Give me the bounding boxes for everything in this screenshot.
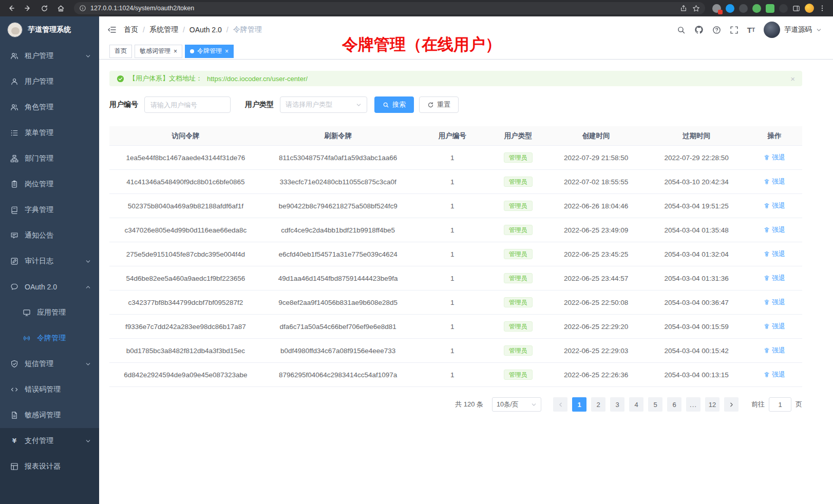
page-size-select[interactable]: 10条/页 (492, 397, 541, 412)
search-icon[interactable] (677, 26, 686, 34)
extension-icon[interactable] (712, 4, 721, 13)
page-button-4[interactable]: 4 (629, 397, 643, 412)
extension-icon[interactable] (766, 4, 774, 13)
extension-icon[interactable] (752, 4, 761, 13)
sidebar-item-menu[interactable]: 菜单管理 (0, 120, 99, 146)
user-type-cell: 管理员 (490, 321, 546, 332)
force-logout-button[interactable]: 强退 (764, 274, 785, 283)
page-button-3[interactable]: 3 (610, 397, 624, 412)
sidebar-fold-icon[interactable] (107, 25, 117, 34)
user-type-cell: 管理员 (490, 177, 546, 187)
page-button-5[interactable]: 5 (648, 397, 662, 412)
browser-profile-avatar[interactable] (805, 4, 814, 13)
tab-首页[interactable]: 首页 (109, 45, 132, 58)
browser-home-button[interactable] (54, 2, 67, 14)
sidebar-item-dept[interactable]: 部门管理 (0, 146, 99, 171)
created-time-cell: 2022-06-25 23:44:57 (546, 275, 647, 282)
side-panel-icon[interactable] (792, 5, 800, 12)
sidebar-item-role[interactable]: 角色管理 (0, 94, 99, 120)
page-button-2[interactable]: 2 (591, 397, 605, 412)
sidebar-item-label: OAuth 2.0 (25, 283, 79, 291)
sidebar-item-pay[interactable]: ¥支付管理 (0, 428, 99, 454)
sidebar-item-tenant[interactable]: 租户管理 (0, 43, 99, 69)
force-logout-button[interactable]: 强退 (764, 201, 785, 210)
browser-back-button[interactable] (5, 2, 17, 14)
code-icon (10, 385, 18, 394)
sidebar-item-oauth[interactable]: OAuth 2.0 (0, 274, 99, 300)
url-text[interactable]: 127.0.0.1:1024/system/oauth2/token (90, 5, 676, 12)
page-button-1[interactable]: 1 (572, 397, 586, 412)
force-logout-button[interactable]: 强退 (764, 322, 785, 331)
force-logout-label: 强退 (772, 249, 785, 259)
share-icon[interactable] (680, 5, 687, 12)
sidebar-item-sensitive[interactable]: 敏感词管理 (0, 402, 99, 428)
force-logout-button[interactable]: 强退 (764, 346, 785, 355)
chevron-down-icon (85, 361, 91, 367)
breadcrumb-item[interactable]: 首页 (124, 25, 138, 34)
site-info-icon[interactable] (79, 5, 86, 12)
force-logout-button[interactable]: 强退 (764, 298, 785, 307)
refresh-token-cell: 333ecfc71e02480cb11055c875c3ca0f (262, 178, 414, 186)
tab-令牌管理[interactable]: 令牌管理× (185, 45, 234, 58)
force-logout-button[interactable]: 强退 (764, 249, 785, 259)
force-logout-button[interactable]: 强退 (764, 225, 785, 235)
extension-icon[interactable] (739, 4, 748, 13)
sidebar-item-log[interactable]: 审计日志 (0, 248, 99, 274)
goto-page-input[interactable] (769, 397, 791, 412)
created-time-cell: 2022-06-26 18:04:46 (546, 202, 647, 210)
user-type-select[interactable]: 请选择用户类型 (280, 96, 367, 113)
table-row: 1ea5e44f8bc1467aaede43144f31de76811c5304… (109, 146, 802, 170)
user-type-tag: 管理员 (504, 152, 533, 163)
tab-close-icon[interactable]: × (225, 48, 229, 55)
page-button-6[interactable]: 6 (667, 397, 681, 412)
prev-page-button[interactable] (553, 397, 567, 412)
app-logo[interactable]: 芋道管理系统 (0, 16, 99, 43)
reset-button[interactable]: 重置 (419, 96, 459, 113)
bookmark-star-icon[interactable] (692, 5, 700, 12)
created-time-cell: 2022-07-02 18:55:55 (546, 178, 647, 186)
user-id-input[interactable] (144, 96, 231, 113)
sidebar-item-dict[interactable]: 字典管理 (0, 197, 99, 223)
force-logout-button[interactable]: 强退 (764, 153, 785, 162)
browser-reload-button[interactable] (38, 2, 50, 14)
refresh-token-cell: dfa6c71a50a54c66bef706ef9e6e8d81 (262, 323, 414, 331)
doc-link[interactable]: https://doc.iocoder.cn/user-center/ (207, 75, 308, 83)
extension-icon[interactable] (726, 4, 734, 13)
sidebar-item-notice[interactable]: 通知公告 (0, 223, 99, 248)
next-page-button[interactable] (724, 397, 739, 412)
force-logout-button[interactable]: 强退 (764, 177, 785, 186)
sidebar-item-label: 菜单管理 (25, 128, 91, 138)
goto-page: 前往 页 (751, 397, 802, 412)
font-size-icon[interactable]: TT (747, 26, 755, 34)
browser-forward-button[interactable] (22, 2, 34, 14)
page-more-button[interactable]: ... (686, 397, 701, 412)
sidebar-item-token[interactable]: 令牌管理 (0, 325, 99, 351)
page-button-12[interactable]: 12 (705, 397, 720, 412)
breadcrumb-item[interactable]: 系统管理 (149, 25, 178, 34)
sidebar-item-app[interactable]: 应用管理 (0, 300, 99, 325)
extension-icon[interactable] (779, 4, 788, 13)
tab-敏感词管理[interactable]: 敏感词管理× (135, 45, 182, 58)
refresh-token-cell: 811c530487574fa0af1a59d3abc1aa66 (262, 154, 414, 162)
sidebar-item-user[interactable]: 用户管理 (0, 69, 99, 94)
sidebar-item-report[interactable]: 报表设计器 (0, 454, 99, 479)
expire-time-cell: 2054-03-04 00:15:42 (646, 347, 747, 355)
token-table: 访问令牌刷新令牌用户编号用户类型创建时间过期时间操作 1ea5e44f8bc14… (109, 126, 802, 387)
user-menu[interactable]: 芋道源码 (764, 22, 822, 38)
sidebar-item-sms[interactable]: 短信管理 (0, 351, 99, 377)
browser-menu-icon[interactable] (819, 5, 826, 12)
access-token-cell: 1ea5e44f8bc1467aaede43144f31de76 (109, 154, 262, 162)
force-logout-button[interactable]: 强退 (764, 370, 785, 379)
sidebar-item-errcode[interactable]: 错误码管理 (0, 377, 99, 402)
fullscreen-icon[interactable] (730, 26, 739, 34)
alert-close-icon[interactable]: × (790, 74, 795, 83)
breadcrumb-item[interactable]: OAuth 2.0 (190, 26, 222, 34)
search-button[interactable]: 搜索 (374, 96, 414, 113)
tab-close-icon[interactable]: × (174, 48, 177, 55)
github-icon[interactable] (694, 25, 704, 34)
access-token-cell: 502375b8040a469a9b82188afdf6af1f (109, 202, 262, 210)
help-icon[interactable] (712, 26, 721, 34)
browser-address-bar[interactable]: 127.0.0.1:1024/system/oauth2/token (74, 2, 705, 14)
sidebar-item-post[interactable]: 岗位管理 (0, 171, 99, 197)
force-logout-label: 强退 (772, 370, 785, 379)
